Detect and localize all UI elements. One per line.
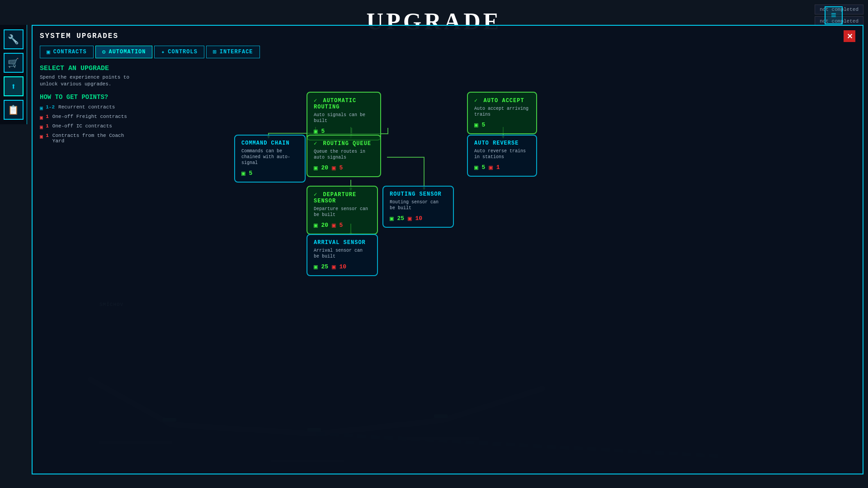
sidebar-btn-cart[interactable]: 🛒 [4, 53, 24, 73]
node-auto-reverse[interactable]: Auto Reverse Auto reverse trains in stat… [467, 135, 537, 177]
departure-cost2: 5 [339, 222, 343, 229]
routing-sensor-icon1: ▣ [390, 215, 393, 222]
departure-icon1: ▣ [314, 221, 317, 229]
routing-queue-costs: ▣ 20 ▣ 5 [314, 164, 374, 172]
auto-reverse-cost1: 5 [481, 164, 485, 171]
list-icon-button[interactable]: ≡ [825, 6, 843, 24]
node-auto-accept[interactable]: ✓ Auto Accept Auto accept arriving train… [467, 92, 537, 134]
point-item-3: ▣ 1 One-off IC contracts [40, 123, 130, 131]
routing-sensor-cost1: 25 [397, 215, 404, 222]
dialog-header: System Upgrades ✕ [33, 26, 863, 42]
routing-sensor-cost2: 10 [415, 215, 422, 222]
routing-queue-check: ✓ [314, 141, 317, 147]
point-range-4: 1 [46, 133, 49, 138]
tabs-bar: ▣ Contracts ⚙ Automation ✦ Controls ⊞ In… [33, 42, 863, 58]
auto-reverse-costs: ▣ 5 ▣ 1 [474, 164, 530, 171]
point-item-1: ▣ 1-2 Recurrent contracts [40, 104, 130, 112]
auto-accept-check: ✓ [474, 98, 478, 104]
routing-queue-cost1: 20 [321, 164, 328, 171]
routing-sensor-icon2: ▣ [408, 215, 411, 222]
tab-automation[interactable]: ⚙ Automation [95, 46, 153, 58]
point-icon-3: ▣ [40, 124, 43, 131]
arrival-sensor-icon1: ▣ [314, 263, 317, 271]
arrival-sensor-desc: Arrival sensor can be built [314, 248, 371, 259]
command-chain-title: Command Chain [241, 140, 298, 146]
list-icon: ≡ [831, 10, 836, 21]
auto-routing-desc: Auto signals can be built [314, 112, 374, 124]
arrival-sensor-cost2: 10 [339, 263, 346, 270]
auto-accept-cost-icon: ▣ [474, 121, 478, 129]
controls-tab-icon: ✦ [161, 48, 165, 56]
command-chain-costs: ▣ 5 [241, 169, 298, 177]
auto-reverse-desc: Auto reverse trains in stations [474, 148, 530, 160]
node-routing-queue[interactable]: ✓ Routing Queue Queue the routes in auto… [307, 135, 381, 177]
auto-accept-cost-value: 5 [481, 122, 485, 128]
select-upgrade-desc: Spend the experience points to unlock va… [40, 74, 130, 88]
arrival-sensor-costs: ▣ 25 ▣ 10 [314, 263, 371, 271]
departure-icon2: ▣ [332, 221, 335, 229]
select-upgrade-title: Select an upgrade [40, 65, 130, 72]
interface-tab-label: Interface [220, 49, 253, 55]
contracts-tab-icon: ▣ [47, 48, 51, 56]
how-to-title: How to get points? [40, 94, 130, 101]
auto-reverse-cost2: 1 [496, 164, 500, 171]
arrival-sensor-icon2: ▣ [332, 263, 335, 271]
point-icon-1: ▣ [40, 105, 43, 112]
arrival-sensor-cost1: 25 [321, 263, 328, 270]
dialog-body: Select an upgrade Spend the experience p… [33, 58, 863, 465]
point-item-2: ▣ 1 One-off Freight contracts [40, 114, 130, 121]
routing-sensor-desc: Routing sensor can be built [390, 199, 447, 211]
routing-queue-icon2: ▣ [332, 164, 335, 172]
routing-queue-desc: Queue the routes in auto signals [314, 149, 374, 160]
command-chain-cost-icon: ▣ [241, 169, 245, 177]
automation-tab-icon: ⚙ [102, 48, 106, 56]
main-dialog: System Upgrades ✕ ▣ Contracts ⚙ Automati… [32, 25, 863, 474]
auto-accept-desc: Auto accept arriving trains [474, 106, 530, 117]
auto-routing-title: Automatic Routing [314, 98, 356, 110]
node-departure-sensor[interactable]: ✓ Departure Sensor Departure sensor can … [307, 186, 378, 235]
point-icon-4: ▣ [40, 133, 43, 140]
point-desc-1: Recurrent contracts [58, 104, 115, 110]
auto-reverse-icon1: ▣ [474, 164, 478, 171]
interface-tab-icon: ⊞ [213, 48, 217, 56]
sidebar: 🔧 🛒 ⬆ 📋 [0, 25, 27, 124]
departure-sensor-check: ✓ [314, 192, 317, 198]
dialog-title: System Upgrades [40, 32, 118, 40]
tab-controls[interactable]: ✦ Controls [154, 46, 204, 58]
point-desc-2: One-off Freight contracts [52, 114, 127, 119]
sidebar-btn-upgrade[interactable]: ⬆ [4, 76, 24, 96]
point-range-1: 1-2 [46, 104, 55, 110]
arrival-sensor-title: Arrival Sensor [314, 239, 371, 246]
tab-interface[interactable]: ⊞ Interface [206, 46, 260, 58]
upgrade-tree: ✓ Automatic Routing Auto signals can be … [139, 65, 855, 459]
controls-tab-label: Controls [168, 49, 198, 55]
point-desc-4: Contracts from the Coach Yard [52, 133, 130, 144]
close-button[interactable]: ✕ [844, 30, 855, 42]
tab-contracts[interactable]: ▣ Contracts [40, 46, 94, 58]
node-arrival-sensor[interactable]: Arrival Sensor Arrival sensor can be bui… [307, 234, 378, 276]
command-chain-cost-value: 5 [249, 170, 252, 177]
point-range-3: 1 [46, 123, 49, 129]
point-range-2: 1 [46, 114, 49, 119]
node-automatic-routing[interactable]: ✓ Automatic Routing Auto signals can be … [307, 92, 381, 141]
auto-routing-cost-icon: ▣ [314, 127, 317, 135]
auto-reverse-title: Auto Reverse [474, 140, 530, 146]
sidebar-btn-doc[interactable]: 📋 [4, 100, 24, 120]
sidebar-btn-wrench[interactable]: 🔧 [4, 29, 24, 49]
command-chain-desc: Commands can be chained with auto-signal [241, 148, 298, 166]
point-item-4: ▣ 1 Contracts from the Coach Yard [40, 133, 130, 144]
automation-tab-label: Automation [108, 49, 146, 55]
routing-queue-icon1: ▣ [314, 164, 317, 172]
left-panel: Select an upgrade Spend the experience p… [40, 65, 130, 459]
node-routing-sensor[interactable]: Routing Sensor Routing sensor can be bui… [382, 186, 454, 228]
routing-queue-cost2: 5 [339, 164, 343, 171]
routing-queue-title: Routing Queue [323, 141, 371, 147]
auto-routing-check: ✓ [314, 98, 317, 104]
auto-routing-cost-value: 5 [321, 128, 325, 135]
departure-cost1: 20 [321, 222, 328, 229]
auto-accept-costs: ▣ 5 [474, 121, 530, 129]
auto-accept-title: Auto Accept [483, 98, 524, 104]
departure-sensor-desc: Departure sensor can be built [314, 206, 371, 218]
point-icon-2: ▣ [40, 114, 43, 121]
node-command-chain[interactable]: Command Chain Commands can be chained wi… [234, 135, 306, 183]
